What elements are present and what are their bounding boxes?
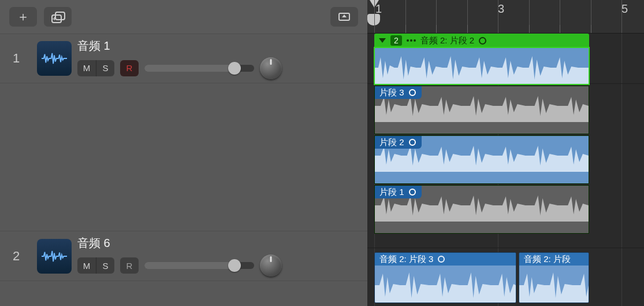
ruler-bar-label: 1: [375, 2, 382, 16]
ruler-tick: [498, 0, 498, 33]
mute-button[interactable]: M: [77, 60, 96, 76]
region-header[interactable]: 音频 2: 片段 3: [375, 253, 516, 266]
audio-region[interactable]: 音频 2: 片段 3: [374, 252, 516, 303]
solo-button[interactable]: S: [96, 257, 114, 274]
mute-solo-group: M S: [77, 257, 114, 274]
tracks-area: 1 2 音频 1 M S: [0, 34, 367, 306]
add-track-button[interactable]: ＋: [9, 7, 37, 27]
toolbar: ＋ +: [0, 0, 367, 34]
ruler-bar-label: 3: [498, 2, 504, 16]
waveform: [375, 48, 589, 84]
volume-thumb[interactable]: [228, 62, 241, 75]
track-header[interactable]: 音频 6 M S R: [32, 231, 367, 281]
region-header[interactable]: 音频 2: 片段: [519, 253, 589, 266]
ruler-tick-minor: [591, 0, 591, 33]
waveform: [375, 266, 516, 303]
take-folder-spacer: [32, 83, 367, 231]
track-controls: M S R: [77, 57, 359, 79]
ruler-tick-minor: [405, 0, 406, 33]
track-controls: M S R: [77, 255, 359, 276]
take-folder-gutter: [0, 83, 32, 231]
track-number[interactable]: 2: [0, 231, 32, 281]
loop-icon: [409, 189, 416, 196]
track-number-column: 1 2: [0, 34, 32, 306]
take-folder-name: 音频 2: 片段 2: [420, 35, 474, 46]
take-lane[interactable]: 片段 1: [374, 185, 589, 234]
track-header-panel: ＋ + 1 2 音频 1: [0, 0, 367, 306]
take-connector: [32, 83, 79, 231]
audio-track-icon: [37, 239, 72, 274]
track-number[interactable]: 1: [0, 34, 32, 83]
track-name[interactable]: 音频 6: [77, 235, 359, 251]
track-name[interactable]: 音频 1: [77, 38, 359, 54]
ruler-tick-minor: [529, 0, 530, 33]
record-enable-button[interactable]: R: [120, 60, 139, 76]
loop-icon: [479, 37, 486, 45]
arrangement-area[interactable]: 2 音频 2: 片段 2 片段 3: [367, 34, 644, 306]
solo-button[interactable]: S: [96, 60, 114, 76]
volume-fill: [144, 262, 234, 269]
take-lane[interactable]: 片段 2: [374, 135, 589, 184]
take-folder-header[interactable]: 2 音频 2: 片段 2: [374, 34, 589, 47]
ruler-tick: [621, 0, 622, 33]
timeline-ruler[interactable]: 1 3 5: [367, 0, 644, 34]
track-controls-group: 音频 1 M S R: [77, 38, 359, 79]
take-lane-header[interactable]: 片段 3: [375, 86, 422, 99]
mute-button[interactable]: M: [77, 257, 96, 274]
take-folder[interactable]: 2 音频 2: 片段 2 片段 3: [374, 34, 589, 234]
ruler-tick-minor: [560, 0, 560, 33]
pan-knob[interactable]: [260, 57, 282, 79]
pan-knob[interactable]: [260, 255, 282, 276]
loop-icon: [409, 89, 416, 96]
take-count-badge: 2: [390, 35, 402, 46]
collapse-button[interactable]: [330, 7, 358, 27]
take-lane-label: 片段 1: [379, 187, 404, 198]
track-controls-group: 音频 6 M S R: [77, 235, 359, 276]
audio-region[interactable]: 音频 2: 片段: [519, 252, 589, 303]
take-lane-header[interactable]: 片段 1: [375, 186, 422, 198]
grid-line: [621, 34, 622, 306]
loop-icon: [409, 139, 416, 146]
ruler-bar-label: 5: [621, 2, 628, 16]
region-name: 音频 2: 片段: [524, 254, 571, 265]
track-header[interactable]: 音频 1 M S R: [32, 34, 367, 83]
app-root: ＋ + 1 2 音频 1: [0, 0, 644, 306]
take-lane-label: 片段 2: [379, 137, 404, 148]
ruler-tick: [374, 0, 375, 33]
region-name: 音频 2: 片段 3: [379, 254, 433, 265]
volume-slider[interactable]: [144, 262, 254, 269]
volume-fill: [144, 65, 234, 72]
playhead-handle-icon[interactable]: [367, 14, 380, 25]
volume-thumb[interactable]: [228, 259, 241, 272]
take-lane-label: 片段 3: [379, 87, 404, 98]
audio-track-icon: [37, 41, 72, 76]
quantize-dots-icon: [407, 39, 416, 42]
row-separator: [367, 248, 644, 248]
loop-icon: [438, 256, 445, 263]
take-main-lane[interactable]: [374, 47, 589, 84]
ruler-tick-minor: [467, 0, 468, 33]
volume-slider[interactable]: [144, 65, 254, 72]
duplicate-track-button[interactable]: +: [44, 7, 72, 27]
mute-solo-group: M S: [77, 60, 114, 76]
take-lane-header[interactable]: 片段 2: [375, 136, 422, 149]
ruler-tick-minor: [436, 0, 437, 33]
arrangement-panel: 1 3 5 2: [367, 0, 644, 306]
take-lane[interactable]: 片段 3: [374, 86, 589, 134]
disclosure-triangle-icon[interactable]: [379, 38, 386, 43]
track-list: 音频 1 M S R: [32, 34, 367, 306]
record-enable-button[interactable]: R: [120, 257, 139, 274]
waveform: [519, 266, 589, 303]
